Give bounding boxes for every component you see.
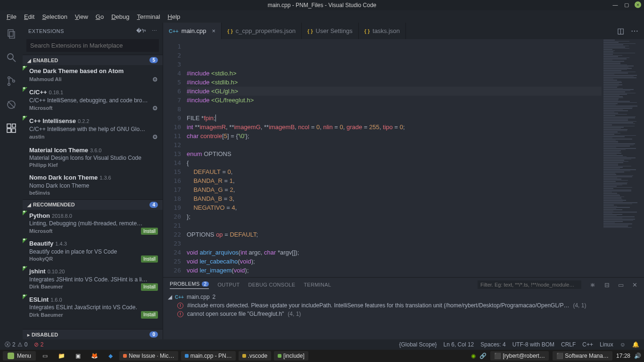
- problems-file[interactable]: ◢ C++ main.cpp 2: [163, 293, 644, 301]
- menu-debug[interactable]: Debug: [107, 12, 133, 21]
- editor-more-icon[interactable]: ⋯: [631, 26, 638, 35]
- menu-selection[interactable]: Selection: [38, 12, 71, 21]
- close-tab-icon[interactable]: ×: [212, 27, 216, 34]
- svg-line-3: [13, 59, 16, 62]
- window-minimize-icon[interactable]: —: [612, 1, 619, 8]
- taskbar-window[interactable]: .vscode: [239, 351, 271, 361]
- menu-go[interactable]: Go: [92, 12, 107, 21]
- install-button[interactable]: Install: [141, 255, 158, 263]
- gear-icon[interactable]: ⚙: [152, 104, 158, 113]
- star-icon: [23, 211, 27, 215]
- tray-network-icon[interactable]: 🔗: [479, 353, 487, 359]
- svg-point-5: [8, 83, 10, 86]
- json-file-icon: { }: [364, 28, 370, 34]
- more-actions-icon[interactable]: ⋯: [152, 28, 157, 34]
- section-enabled[interactable]: ◢ENABLED 5: [23, 55, 163, 65]
- tray-terminal[interactable]: ⬛ [rybert@robert…: [490, 351, 549, 361]
- svg-rect-11: [12, 129, 16, 132]
- status-feedback-icon[interactable]: ☺: [620, 341, 626, 348]
- problem-message[interactable]: !#include errors detected. Please update…: [163, 301, 644, 310]
- section-disabled[interactable]: ▸DISABLED 0: [23, 329, 163, 339]
- editor-tab[interactable]: { }User Settings: [302, 23, 359, 39]
- activity-scm-icon[interactable]: [5, 74, 18, 88]
- editor-area: C++main.cpp×{ }c_cpp_properties.json{ }U…: [163, 23, 644, 339]
- extension-item[interactable]: jshint0.10.20Integrates JSHint into VS C…: [23, 265, 163, 293]
- window-maximize-icon[interactable]: ▢: [623, 1, 630, 8]
- status-scope[interactable]: ⊘ 2: [34, 341, 43, 348]
- status-bell-icon[interactable]: 🔔: [632, 341, 639, 348]
- svg-rect-1: [9, 32, 15, 38]
- svg-point-4: [8, 77, 10, 79]
- app-icon: [242, 354, 246, 358]
- panel-tab-terminal[interactable]: TERMINAL: [304, 282, 331, 288]
- panel-close-icon[interactable]: ✕: [632, 281, 637, 288]
- svg-rect-9: [7, 124, 11, 128]
- gear-icon[interactable]: ⚙: [152, 75, 158, 84]
- split-editor-icon[interactable]: ◫: [617, 26, 624, 35]
- status-language[interactable]: C++: [582, 341, 593, 348]
- status-cursor-pos[interactable]: Ln 6, Col 12: [444, 341, 474, 348]
- minimap[interactable]: [602, 39, 644, 277]
- taskbar-vscode[interactable]: ◆: [105, 351, 116, 361]
- filter-settings-icon[interactable]: ⛯: [590, 281, 596, 288]
- activity-extensions-icon[interactable]: [5, 122, 18, 135]
- taskbar-window[interactable]: New Issue · Mic…: [119, 351, 178, 361]
- menu-help[interactable]: Help: [164, 12, 184, 21]
- status-indent[interactable]: Spaces: 4: [480, 341, 505, 348]
- panel-tab-output[interactable]: OUTPUT: [217, 282, 239, 288]
- tray-volume-icon[interactable]: 🔊: [634, 353, 641, 359]
- panel-tab-debug[interactable]: DEBUG CONSOLE: [248, 282, 295, 288]
- problems-filter-input[interactable]: [478, 280, 581, 289]
- code-editor[interactable]: #include <stdio.h>#include <stdlib.h>#in…: [187, 39, 602, 277]
- install-button[interactable]: Install: [141, 283, 158, 291]
- collapse-all-icon[interactable]: ⊟: [604, 281, 610, 288]
- star-icon: [23, 266, 27, 271]
- menu-view[interactable]: View: [71, 12, 92, 21]
- menu-file[interactable]: File: [3, 12, 20, 21]
- extension-item[interactable]: ESLint1.6.0Integrates ESLint JavaScript …: [23, 294, 163, 321]
- editor-tab[interactable]: { }tasks.json: [359, 23, 406, 39]
- extension-item[interactable]: Material Icon Theme3.6.0Material Design …: [23, 144, 163, 172]
- taskbar-files[interactable]: 📁: [54, 351, 69, 361]
- problem-message[interactable]: !cannot open source file "GL/freeglut.h"…: [163, 310, 644, 318]
- taskbar-show-desktop[interactable]: ▭: [39, 351, 51, 361]
- clear-extensions-icon[interactable]: �ילּ: [136, 28, 146, 34]
- taskbar-terminal[interactable]: ▣: [72, 351, 84, 361]
- status-os[interactable]: Linux: [600, 341, 613, 348]
- gear-icon[interactable]: ⚙: [152, 133, 158, 141]
- status-eol[interactable]: CRLF: [561, 341, 576, 348]
- activity-debug-icon[interactable]: [5, 98, 18, 111]
- extension-item[interactable]: C/C++0.18.1C/C++ IntelliSense, debugging…: [23, 86, 163, 115]
- section-recommended[interactable]: ◢RECOMMENDED 4: [23, 199, 163, 210]
- tray-software-manager[interactable]: ⬛ Software Mana…: [553, 351, 612, 361]
- activity-search-icon[interactable]: [5, 51, 18, 64]
- app-icon: [185, 354, 189, 358]
- activity-explorer-icon[interactable]: [5, 27, 18, 41]
- os-menu-button[interactable]: Menu: [3, 351, 36, 361]
- extension-item[interactable]: Nomo Dark Icon Theme1.3.6Nomo Dark Icon …: [23, 172, 163, 199]
- panel-tab-problems[interactable]: PROBLEMS2: [170, 281, 209, 289]
- tray-nvidia-icon[interactable]: ◉: [471, 353, 476, 359]
- window-close-icon[interactable]: ×: [635, 1, 641, 8]
- extension-item[interactable]: C++ Intellisense0.2.2C/C++ Intellisense …: [23, 115, 163, 144]
- install-button[interactable]: Install: [141, 228, 158, 235]
- tray-clock[interactable]: 17:28: [616, 353, 630, 359]
- status-scope[interactable]: {Global Scope}: [399, 341, 437, 348]
- taskbar-window[interactable]: main.cpp - PN…: [181, 351, 236, 361]
- extension-item[interactable]: Python2018.8.0Linting, Debugging (multi-…: [23, 210, 163, 238]
- star-icon: [23, 87, 27, 92]
- extension-item[interactable]: Beautify1.4.3Beautify code in place for …: [23, 238, 163, 265]
- editor-tab[interactable]: C++main.cpp×: [163, 23, 222, 39]
- menu-terminal[interactable]: Terminal: [133, 12, 164, 21]
- panel-maximize-icon[interactable]: ▭: [618, 281, 624, 288]
- search-extensions-input[interactable]: [26, 39, 159, 52]
- taskbar-window[interactable]: [include]: [274, 351, 308, 361]
- window-titlebar: main.cpp - PNM_Files - Visual Studio Cod…: [0, 0, 644, 10]
- extension-item[interactable]: One Dark Theme based on AtomMahmoud Ali⚙: [23, 65, 163, 86]
- taskbar-firefox[interactable]: 🦊: [87, 351, 102, 361]
- install-button[interactable]: Install: [141, 311, 158, 319]
- status-encoding[interactable]: UTF-8 with BOM: [512, 341, 554, 348]
- editor-tab[interactable]: { }c_cpp_properties.json: [222, 23, 302, 39]
- menu-edit[interactable]: Edit: [20, 12, 38, 21]
- status-errors[interactable]: ⓧ 2 ⚠ 0: [5, 341, 27, 349]
